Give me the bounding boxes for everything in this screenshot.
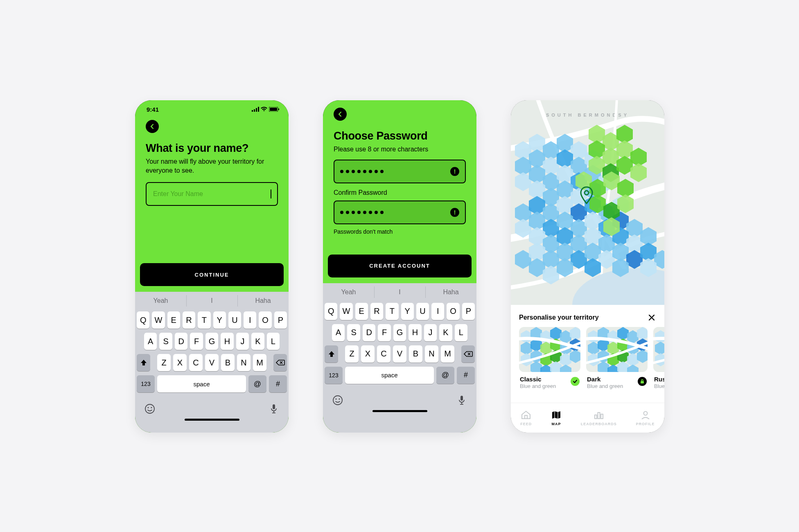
key-n[interactable]: N	[425, 345, 438, 363]
key-u[interactable]: U	[416, 303, 429, 320]
key-l[interactable]: L	[455, 324, 467, 341]
key-p[interactable]: P	[462, 303, 475, 320]
key-s[interactable]: S	[159, 333, 172, 350]
close-button[interactable]	[647, 313, 656, 322]
at-key[interactable]: @	[248, 375, 266, 392]
back-button[interactable]	[334, 108, 347, 121]
emoji-button[interactable]	[332, 394, 343, 406]
key-a[interactable]: A	[332, 324, 345, 341]
key-o[interactable]: O	[447, 303, 459, 320]
key-k[interactable]: K	[251, 333, 264, 350]
key-l[interactable]: L	[267, 333, 280, 350]
tab-map[interactable]: MAP	[551, 410, 562, 426]
space-key[interactable]: space	[345, 367, 434, 384]
name-field[interactable]	[146, 182, 278, 206]
key-o[interactable]: O	[259, 311, 271, 329]
continue-button[interactable]: CONTINUE	[140, 263, 284, 286]
suggestion[interactable]: Haha	[237, 292, 289, 310]
key-e[interactable]: E	[355, 303, 368, 320]
suggestion[interactable]: Haha	[425, 283, 476, 301]
key-h[interactable]: H	[409, 324, 421, 341]
at-key[interactable]: @	[436, 367, 454, 384]
key-q[interactable]: Q	[137, 311, 149, 329]
confirm-password-field[interactable]: !	[334, 201, 466, 224]
key-c[interactable]: C	[377, 345, 390, 363]
theme-card-classic[interactable]: ClassicBlue and green	[519, 327, 580, 389]
key-w[interactable]: W	[340, 303, 352, 320]
key-x[interactable]: X	[173, 354, 187, 371]
home-indicator[interactable]	[372, 410, 427, 412]
space-key[interactable]: space	[157, 375, 246, 392]
key-z[interactable]: Z	[345, 345, 359, 363]
name-input[interactable]	[152, 190, 270, 198]
key-d[interactable]: D	[175, 333, 187, 350]
svg-rect-26	[598, 413, 600, 419]
emoji-button[interactable]	[144, 403, 156, 415]
shift-key[interactable]	[137, 354, 150, 371]
key-m[interactable]: M	[441, 345, 454, 363]
key-r[interactable]: R	[183, 311, 195, 329]
key-g[interactable]: G	[393, 324, 406, 341]
location-pin-icon	[580, 186, 594, 206]
key-u[interactable]: U	[228, 311, 241, 329]
backspace-key[interactable]	[461, 345, 475, 363]
key-e[interactable]: E	[167, 311, 180, 329]
theme-name: Dark	[587, 376, 623, 383]
tab-leaderboards[interactable]: LEADERBOARDS	[581, 410, 617, 426]
key-t[interactable]: T	[386, 303, 398, 320]
shift-key[interactable]	[325, 345, 338, 363]
key-k[interactable]: K	[439, 324, 452, 341]
key-r[interactable]: R	[370, 303, 383, 320]
hash-key[interactable]: #	[457, 367, 475, 384]
key-y[interactable]: Y	[401, 303, 414, 320]
tab-profile[interactable]: PROFILE	[636, 410, 655, 426]
key-w[interactable]: W	[152, 311, 165, 329]
back-button[interactable]	[146, 120, 159, 133]
keyboard[interactable]: YeahIHaha QWERTYUIOP ASDFGHJKL ZXCVBNM 1…	[135, 292, 289, 433]
key-i[interactable]: I	[244, 311, 256, 329]
key-z[interactable]: Z	[157, 354, 171, 371]
key-s[interactable]: S	[347, 324, 360, 341]
numbers-key[interactable]: 123	[325, 367, 343, 384]
suggestion[interactable]: Yeah	[323, 283, 374, 301]
key-a[interactable]: A	[144, 333, 157, 350]
backspace-key[interactable]	[273, 354, 287, 371]
suggestion[interactable]: I	[186, 292, 237, 310]
theme-card-dark[interactable]: DarkBlue and green	[586, 327, 648, 389]
key-q[interactable]: Q	[325, 303, 337, 320]
key-p[interactable]: P	[274, 311, 287, 329]
hash-key[interactable]: #	[269, 375, 287, 392]
dictation-button[interactable]	[456, 394, 467, 406]
key-n[interactable]: N	[237, 354, 251, 371]
key-t[interactable]: T	[198, 311, 210, 329]
key-i[interactable]: I	[431, 303, 444, 320]
home-indicator[interactable]	[185, 419, 239, 421]
numbers-key[interactable]: 123	[137, 375, 155, 392]
key-d[interactable]: D	[363, 324, 375, 341]
key-c[interactable]: C	[189, 354, 203, 371]
key-g[interactable]: G	[205, 333, 218, 350]
dictation-button[interactable]	[268, 403, 280, 415]
tab-feed[interactable]: FEED	[520, 410, 532, 426]
map-view[interactable]: SOUTH BERMONDSY	[511, 100, 664, 305]
password-field[interactable]: !	[334, 160, 466, 183]
suggestion[interactable]: I	[374, 283, 425, 301]
theme-card-rust[interactable]: RustBlue a	[653, 327, 664, 389]
key-m[interactable]: M	[253, 354, 266, 371]
key-h[interactable]: H	[221, 333, 233, 350]
key-b[interactable]: B	[221, 354, 235, 371]
key-v[interactable]: V	[393, 345, 406, 363]
key-x[interactable]: X	[361, 345, 375, 363]
key-v[interactable]: V	[205, 354, 219, 371]
key-j[interactable]: J	[424, 324, 437, 341]
key-b[interactable]: B	[409, 345, 422, 363]
key-f[interactable]: F	[190, 333, 203, 350]
keyboard[interactable]: YeahIHaha QWERTYUIOP ASDFGHJKL ZXCVBNM 1…	[323, 283, 476, 433]
key-y[interactable]: Y	[213, 311, 226, 329]
key-j[interactable]: J	[236, 333, 249, 350]
suggestion[interactable]: Yeah	[135, 292, 186, 310]
svg-point-8	[147, 407, 149, 408]
create-account-button[interactable]: CREATE ACCOUNT	[328, 255, 472, 277]
svg-point-14	[335, 398, 336, 399]
key-f[interactable]: F	[378, 324, 390, 341]
